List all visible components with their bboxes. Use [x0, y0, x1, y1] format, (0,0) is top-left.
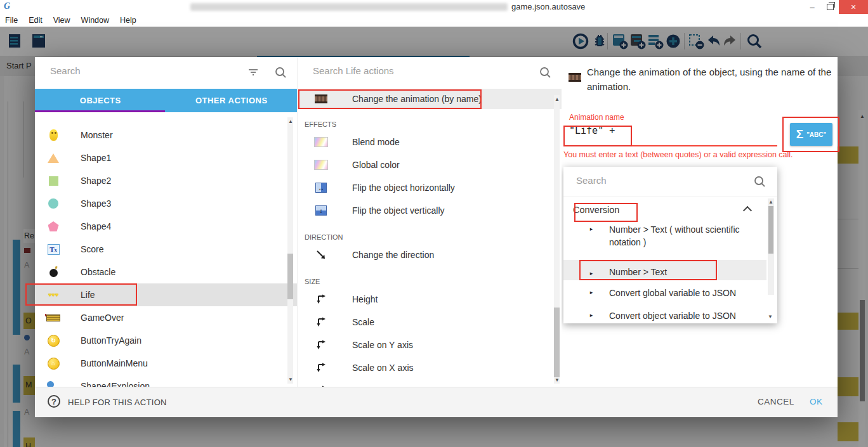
menu-view[interactable]: View — [53, 16, 70, 25]
object-row-shape3[interactable]: Shape3 — [35, 192, 297, 215]
objects-panel: OBJECTS OTHER ACTIONS Monster Shape1 Sha… — [35, 57, 297, 387]
bomb-icon — [45, 264, 62, 280]
object-row-shape1[interactable]: Shape1 — [35, 146, 297, 169]
resize-arrow-icon — [313, 292, 329, 307]
scroll-up-icon[interactable]: ▲ — [288, 119, 293, 124]
home-button-icon: ⌂ — [45, 356, 62, 371]
section-size: SIZE — [298, 266, 562, 288]
object-row-shape4[interactable]: Shape4 — [35, 215, 297, 238]
dialog-footer: ? HELP FOR THIS ACTION CANCEL OK — [35, 387, 838, 417]
filter-icon[interactable] — [247, 67, 259, 78]
annotation-change-animation — [298, 89, 482, 109]
help-link[interactable]: HELP FOR THIS ACTION — [68, 398, 167, 407]
tab-other-actions[interactable]: OTHER ACTIONS — [166, 89, 298, 112]
menu-file[interactable]: File — [5, 16, 18, 25]
action-row-scale-x[interactable]: Scale on X axis — [298, 356, 562, 379]
actions-search-row — [298, 57, 562, 89]
object-row-monster[interactable]: Monster — [35, 124, 297, 146]
object-row-buttonmainmenu[interactable]: ⌂ButtonMainMenu — [35, 352, 297, 375]
scroll-down-icon[interactable]: ▼ — [288, 377, 293, 382]
banner-icon — [45, 310, 62, 325]
action-row-scale-y[interactable]: Scale on Y axis — [298, 334, 562, 356]
action-row-width[interactable]: Width — [298, 379, 562, 387]
text-object-icon: Tx — [45, 242, 62, 257]
minimize-button[interactable]: – — [803, 0, 821, 14]
action-row-change-direction[interactable]: Change the direction — [298, 243, 562, 266]
retry-button-icon: ↻ — [45, 333, 62, 348]
pentagon-icon — [45, 219, 62, 234]
menu-help[interactable]: Help — [120, 16, 136, 25]
actions-scrollbar-thumb[interactable] — [554, 308, 560, 377]
action-row-flip-vertical[interactable]: ↕Flip the object vertically — [298, 199, 562, 222]
cancel-button[interactable]: CANCEL — [758, 397, 794, 406]
dropdown-scrollbar-thumb[interactable] — [768, 206, 773, 254]
app-window: G game.json.autosave – × File Edit View … — [0, 0, 868, 447]
resize-arrow-icon — [313, 360, 329, 375]
validation-error-text: You must enter a text (between quotes) o… — [563, 150, 812, 160]
objects-scrollbar[interactable] — [287, 117, 293, 384]
action-row-blend-mode[interactable]: Blend mode — [298, 131, 562, 153]
search-icon — [539, 67, 551, 79]
tab-objects[interactable]: OBJECTS — [35, 89, 166, 112]
caret-right-icon: ▸ — [585, 287, 598, 300]
search-icon — [754, 176, 766, 188]
object-row-obstacle[interactable]: Obstacle — [35, 261, 297, 283]
annotation-field-value — [563, 126, 632, 146]
object-row-shape2[interactable]: Shape2 — [35, 169, 297, 192]
objects-search-input[interactable] — [49, 65, 229, 77]
objects-search-row — [35, 57, 297, 89]
dropdown-search-input[interactable] — [575, 174, 736, 186]
action-row-global-color[interactable]: Global color — [298, 153, 562, 176]
explosion-icon — [45, 379, 62, 387]
actions-list: EFFECTS Blend mode Global color ↔Flip th… — [298, 109, 562, 387]
menu-edit[interactable]: Edit — [29, 16, 43, 25]
chevron-up-icon — [743, 206, 752, 215]
restore-button[interactable] — [821, 0, 839, 14]
gdevelop-logo-icon: G — [4, 1, 10, 11]
action-description: Change the animation of the object, usin… — [587, 65, 838, 94]
objects-scrollbar-thumb[interactable] — [287, 254, 293, 299]
square-icon — [45, 173, 62, 188]
scroll-down-icon[interactable]: ▼ — [555, 378, 560, 383]
window-title: game.json.autosave — [511, 2, 585, 11]
help-icon[interactable]: ? — [48, 395, 60, 408]
color-palette-icon — [313, 134, 329, 150]
dropdown-search-row — [563, 167, 777, 197]
dropdown-item-number-text-nosci[interactable]: ▸ Number > Text ( without scientific not… — [563, 224, 766, 249]
menu-window[interactable]: Window — [81, 16, 109, 25]
actions-search-input[interactable] — [312, 65, 492, 77]
objects-tab-bar: OBJECTS OTHER ACTIONS — [35, 89, 297, 112]
scroll-up-icon[interactable]: ▲ — [768, 200, 773, 205]
blurred-path — [190, 3, 508, 11]
dropdown-item-global-var-json[interactable]: ▸ Convert global variable to JSON — [563, 287, 766, 300]
triangle-icon — [45, 150, 62, 165]
object-row-gameover[interactable]: GameOver — [35, 306, 297, 329]
object-row-buttontryagain[interactable]: ↻ButtonTryAgain — [35, 329, 297, 352]
action-row-flip-horizontal[interactable]: ↔Flip the object horizontally — [298, 176, 562, 199]
flip-horizontal-icon: ↔ — [313, 180, 329, 195]
animation-name-label: Animation name — [569, 113, 624, 122]
diagonal-arrow-icon — [313, 247, 329, 262]
dropdown-item-object-var-json[interactable]: ▸ Convert object variable to JSON — [563, 310, 766, 323]
scroll-down-icon[interactable]: ▼ — [768, 314, 773, 320]
object-row-shape4explosion[interactable]: Shape4Explosion — [35, 375, 297, 387]
ok-button[interactable]: OK — [810, 397, 823, 406]
action-row-scale[interactable]: Scale — [298, 311, 562, 334]
tab-objects-label: OBJECTS — [80, 96, 121, 105]
color-palette-icon — [313, 157, 329, 172]
monster-icon — [45, 127, 62, 143]
close-button[interactable]: × — [839, 0, 868, 14]
expression-dropdown: Conversion ▸ Number > Text ( without sci… — [563, 167, 777, 323]
circle-icon — [45, 196, 62, 211]
annotation-conversion-group — [574, 203, 638, 222]
section-direction: DIRECTION — [298, 222, 562, 243]
annotation-expression-button — [782, 117, 839, 152]
title-bar: G game.json.autosave – × — [0, 0, 868, 15]
scroll-up-icon[interactable]: ▲ — [555, 97, 560, 102]
objects-list: Monster Shape1 Shape2 Shape3 Shape4 TxSc… — [35, 112, 297, 387]
flip-vertical-icon: ↕ — [313, 203, 329, 218]
action-row-height[interactable]: Height — [298, 288, 562, 311]
menu-bar: File Edit View Window Help — [0, 14, 868, 27]
film-strip-icon — [567, 70, 583, 85]
object-row-score[interactable]: TxScore — [35, 238, 297, 261]
